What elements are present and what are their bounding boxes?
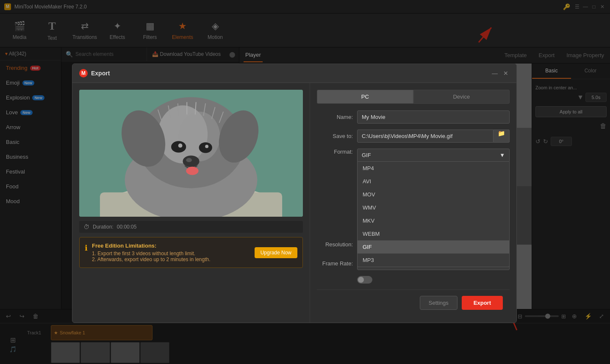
browse-btn[interactable]: 📁 — [494, 130, 510, 143]
settings-btn[interactable]: Settings — [420, 296, 458, 310]
warning-content: Free Edition Limitations: 1. Export the … — [92, 243, 211, 262]
svg-point-20 — [137, 184, 170, 209]
svg-point-10 — [179, 112, 220, 161]
duration-bar: ⏱ Duration: 00:00:05 — [79, 221, 303, 233]
modal-body: ⏱ Duration: 00:00:05 ℹ Free Edition Limi… — [72, 83, 516, 323]
svg-point-21 — [213, 187, 244, 210]
format-dropdown: MP4 AVI MOV WMV MKV WEBM GIF MP3 — [357, 162, 510, 267]
format-option-mp4[interactable]: MP4 — [358, 162, 509, 175]
modal-settings: PC Device Name: Save to: 📁 — [310, 83, 516, 323]
modal-header-buttons: — ✕ — [491, 69, 510, 77]
export-btn[interactable]: Export — [462, 296, 503, 310]
warning-title: Free Edition Limitations: — [92, 243, 211, 249]
format-option-mov[interactable]: MOV — [358, 188, 509, 201]
svg-point-16 — [186, 158, 192, 163]
format-row: Format: GIF ▼ MP4 AVI MOV WMV MKV WEBM — [317, 149, 510, 162]
toggle-knob — [358, 277, 364, 283]
svg-point-17 — [186, 167, 198, 175]
tab-device[interactable]: Device — [413, 90, 510, 104]
dropdown-chevron-icon: ▼ — [499, 152, 505, 158]
name-input[interactable] — [357, 110, 510, 124]
format-selected-value: GIF — [362, 152, 371, 158]
format-option-mp3[interactable]: MP3 — [358, 254, 509, 267]
modal-minimize-btn[interactable]: — — [491, 69, 499, 77]
save-to-input[interactable] — [357, 130, 494, 143]
svg-point-12 — [199, 143, 212, 153]
export-modal-title: Export — [91, 70, 110, 77]
format-option-webm[interactable]: WEBM — [358, 227, 509, 240]
svg-point-13 — [178, 144, 183, 148]
modal-footer: Settings Export — [317, 290, 510, 316]
tab-pc[interactable]: PC — [317, 90, 413, 104]
export-tabs: PC Device — [317, 90, 510, 104]
save-to-input-group: 📁 — [357, 130, 510, 143]
format-dropdown-container: GIF ▼ MP4 AVI MOV WMV MKV WEBM GIF MP3 — [357, 149, 510, 162]
warning-icon: ℹ — [85, 243, 88, 253]
dog-illustration — [79, 90, 303, 217]
duration-label: Duration: — [93, 224, 114, 230]
toggle-row — [317, 276, 510, 284]
save-to-label: Save to: — [317, 133, 353, 139]
format-option-mkv[interactable]: MKV — [358, 214, 509, 227]
save-to-row: Save to: 📁 — [317, 130, 510, 143]
format-option-wmv[interactable]: WMV — [358, 201, 509, 214]
format-option-avi[interactable]: AVI — [358, 175, 509, 188]
duration-icon: ⏱ — [83, 223, 89, 230]
modal-close-btn[interactable]: ✕ — [502, 69, 510, 77]
upgrade-now-btn[interactable]: Upgrade Now — [255, 247, 297, 258]
modal-preview: ⏱ Duration: 00:00:05 ℹ Free Edition Limi… — [72, 83, 310, 323]
modal-header: M Export — ✕ — [72, 64, 516, 83]
name-row: Name: — [317, 110, 510, 124]
frame-rate-label: Frame Rate: — [317, 260, 353, 267]
modal-overlay: M Export — ✕ — [0, 0, 610, 364]
export-modal: M Export — ✕ — [72, 63, 517, 323]
name-label: Name: — [317, 114, 353, 120]
toggle-switch[interactable] — [357, 276, 372, 284]
preview-image — [79, 90, 303, 217]
warning-box: ℹ Free Edition Limitations: 1. Export th… — [79, 237, 303, 268]
format-option-gif[interactable]: GIF — [358, 240, 509, 254]
svg-point-14 — [205, 145, 208, 148]
warning-line-1: 1. Export the first 3 videos without len… — [92, 251, 211, 256]
warning-line-2: 2. Afterwards, export video up to 2 minu… — [92, 256, 211, 262]
duration-value: 00:00:05 — [117, 224, 137, 230]
export-modal-icon: M — [79, 69, 88, 77]
format-label: Format: — [317, 149, 353, 155]
format-select[interactable]: GIF ▼ — [357, 149, 510, 162]
resolution-label: Resolution: — [317, 241, 353, 248]
